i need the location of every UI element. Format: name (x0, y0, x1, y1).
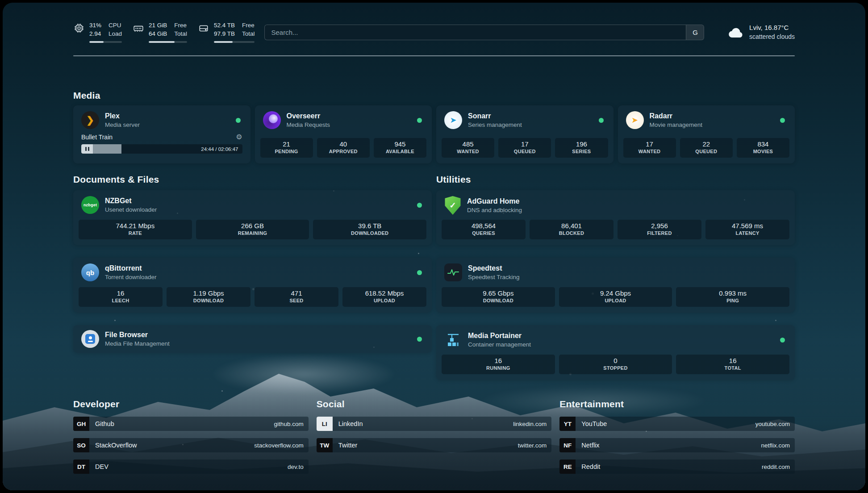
stat-value: 618.52 Mbps (344, 289, 425, 298)
status-dot (417, 203, 422, 208)
stat-box: 86,401 BLOCKED (530, 220, 613, 240)
sonarr-stats: 485 WANTED 17 QUEUED 196 SERIES (442, 138, 608, 158)
stat-box: 39.6 TB DOWNLOADED (313, 220, 426, 240)
bookmark-github[interactable]: GH Github github.com (73, 417, 309, 431)
section-heading-developer: Developer (73, 399, 309, 409)
stat-label: QUEUED (682, 149, 731, 155)
app-card-radarr[interactable]: ➤ Radarr Movie management 17 WANTED 22 Q… (618, 105, 795, 163)
stat-value: 0 (561, 357, 671, 365)
status-dot (599, 118, 604, 123)
ram-total-value: 64 GiB (149, 30, 167, 38)
speedtest-header: Speedtest Speedtest Tracking (442, 263, 789, 281)
app-card-nzbget[interactable]: nzbget NZBGet Usenet downloader 744.21 M… (73, 190, 432, 245)
adguard-stats: 498,564 QUERIES 86,401 BLOCKED 2,956 FIL… (442, 220, 789, 240)
nzbget-icon-text: nzbget (83, 203, 97, 207)
stat-box: 485 WANTED (442, 138, 494, 158)
stat-box: 22 QUEUED (680, 138, 733, 158)
search-input[interactable] (265, 25, 686, 40)
app-card-filebrowser[interactable]: File Browser Media File Management (73, 325, 432, 353)
bookmark-name: Netflix (581, 442, 599, 449)
stat-label: SERIES (557, 149, 606, 155)
stat-box: 17 WANTED (623, 138, 676, 158)
stat-box: 0.993 ms PING (676, 287, 789, 307)
stat-box: 1.19 Gbps DOWNLOAD (167, 287, 250, 307)
stat-value: 744.21 Mbps (80, 222, 190, 230)
bookmark-netflix[interactable]: NF Netflix netflix.com (559, 438, 795, 452)
stat-label: WANTED (625, 149, 674, 155)
stat-label: DOWNLOADED (315, 230, 425, 237)
nzbget-stats: 744.21 Mbps RATE 266 GB REMAINING 39.6 T… (79, 220, 426, 240)
stat-box: 0 STOPPED (559, 355, 672, 375)
dev-icon: DT (73, 460, 89, 474)
dashboard-screen: 31% 2.94 CPU Load (3, 3, 865, 490)
player-progress-bar[interactable]: 24:44 / 02:06:47 (81, 144, 242, 154)
cpu-progress-fill (89, 41, 104, 43)
bookmark-url: linkedin.com (513, 421, 551, 427)
stat-value: 16 (678, 357, 788, 365)
stat-value: 498,564 (443, 222, 524, 230)
app-card-sonarr[interactable]: ➤ Sonarr Series management 485 WANTED 17… (436, 105, 613, 163)
bookmark-dev[interactable]: DT DEV dev.to (73, 460, 309, 474)
bookmark-twitter[interactable]: TW Twitter twitter.com (317, 438, 552, 452)
bookmark-name: Github (95, 420, 114, 427)
stat-value: 47.569 ms (707, 222, 788, 230)
stat-label: DOWNLOAD (168, 298, 249, 304)
app-card-adguard[interactable]: ✓ AdGuard Home DNS and adblocking 498,56… (436, 190, 795, 245)
stat-value: 9.65 Gbps (443, 289, 553, 298)
stat-box: 498,564 QUERIES (442, 220, 526, 240)
github-icon: GH (73, 417, 89, 431)
overseerr-icon (263, 111, 281, 129)
player-time: 24:44 / 02:06:47 (201, 146, 238, 152)
sonarr-icon: ➤ (444, 111, 462, 129)
search-engine-button[interactable]: G (686, 25, 704, 40)
stat-label: SEED (256, 298, 337, 304)
app-name: File Browser (105, 330, 170, 340)
status-dot (417, 270, 422, 275)
section-heading-documents: Documents & Files (73, 174, 432, 185)
stat-box: 17 QUEUED (498, 138, 551, 158)
app-card-speedtest[interactable]: Speedtest Speedtest Tracking 9.65 Gbps D… (436, 258, 795, 313)
app-name: qBittorrent (105, 264, 157, 273)
topbar: 31% 2.94 CPU Load (73, 21, 795, 43)
stat-box: 9.65 Gbps DOWNLOAD (442, 287, 555, 307)
cpu-icon (73, 22, 85, 34)
radarr-header: ➤ Radarr Movie management (623, 111, 790, 129)
cpu-loadavg-value: 2.94 (89, 30, 101, 38)
app-desc: Movie management (650, 121, 703, 129)
portainer-header: Media Portainer Container management (442, 331, 789, 349)
stat-label: STOPPED (561, 365, 671, 372)
stat-label: MOVIES (739, 149, 788, 155)
overseerr-header: Overseerr Media Requests (260, 111, 427, 129)
bookmark-reddit[interactable]: RE Reddit reddit.com (559, 460, 795, 474)
documents-column: Documents & Files nzbget NZBGet Usenet d… (73, 174, 432, 380)
app-name: NZBGet (105, 196, 157, 206)
app-card-portainer[interactable]: Media Portainer Container management 16 … (436, 325, 795, 380)
stat-box: 618.52 Mbps UPLOAD (342, 287, 426, 307)
bookmark-url: github.com (274, 421, 309, 427)
adguard-header: ✓ AdGuard Home DNS and adblocking (442, 196, 789, 215)
cpu-stat-values: 31% 2.94 CPU Load (89, 21, 122, 38)
app-card-overseerr[interactable]: Overseerr Media Requests 21 PENDING 40 A… (255, 105, 432, 163)
app-card-plex[interactable]: ❯ Plex Media server Bullet Train ⚙ (73, 105, 250, 163)
bookmark-url: reddit.com (762, 464, 795, 470)
stat-value: 39.6 TB (315, 222, 425, 230)
status-dot (780, 118, 785, 123)
bookmark-youtube[interactable]: YT YouTube youtube.com (559, 417, 795, 431)
pause-button[interactable] (81, 144, 93, 154)
disk-free-label: Free (242, 21, 255, 30)
bookmark-linkedin[interactable]: LI LinkedIn linkedin.com (317, 417, 552, 431)
gear-icon[interactable]: ⚙ (236, 134, 242, 141)
stat-box: 47.569 ms LATENCY (705, 220, 789, 240)
services-columns: Documents & Files nzbget NZBGet Usenet d… (73, 174, 795, 380)
ram-free-value: 21 GiB (149, 21, 167, 30)
bookmark-stackoverflow[interactable]: SO StackOverflow stackoverflow.com (73, 438, 309, 452)
stat-label: LATENCY (707, 230, 788, 237)
cloud-icon (728, 26, 744, 38)
app-name: Plex (105, 112, 140, 121)
app-card-qbittorrent[interactable]: qb qBittorrent Torrent downloader 16 (73, 258, 432, 313)
search-bar: G (264, 25, 704, 40)
ram-progress-fill (149, 41, 174, 43)
overseerr-stats: 21 PENDING 40 APPROVED 945 AVAILABLE (260, 138, 427, 158)
media-grid: ❯ Plex Media server Bullet Train ⚙ (73, 105, 795, 163)
stat-value: 1.19 Gbps (168, 289, 249, 298)
